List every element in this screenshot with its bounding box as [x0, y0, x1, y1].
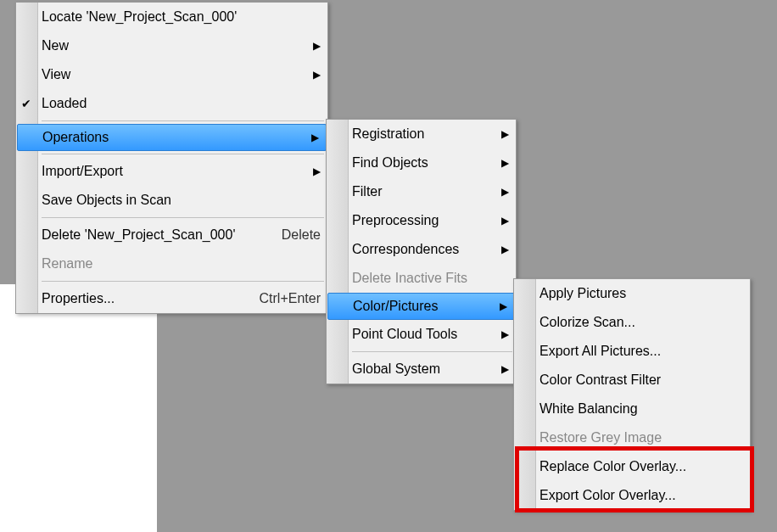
menu-item-label: New	[42, 38, 296, 53]
menu-item-import-export[interactable]: Import/Export ▶	[16, 157, 327, 186]
menu-item-export-all-pictures[interactable]: Export All Pictures...	[514, 337, 750, 366]
menu-item-label: Point Cloud Tools	[352, 327, 484, 342]
checkmark-icon: ✔	[21, 97, 31, 110]
menu-separator	[42, 154, 324, 154]
submenu-arrow-icon: ▶	[484, 328, 509, 340]
menu-item-delete[interactable]: Delete 'New_Project_Scan_000' Delete	[16, 221, 327, 249]
menu-item-loaded[interactable]: ✔ Loaded	[16, 89, 327, 118]
menu-item-label: Find Objects	[352, 155, 484, 171]
menu-item-point-cloud-tools[interactable]: Point Cloud Tools ▶	[327, 320, 516, 349]
menu-item-label: Restore Grey Image	[539, 430, 743, 445]
menu-item-label: View	[42, 67, 296, 82]
submenu-arrow-icon: ▶	[484, 215, 509, 227]
menu-item-save-objects[interactable]: Save Objects in Scan	[16, 186, 327, 215]
menu-item-label: Import/Export	[42, 164, 296, 179]
submenu-arrow-icon: ▶	[484, 363, 509, 375]
menu-separator	[42, 120, 324, 121]
menu-item-new[interactable]: New ▶	[16, 31, 327, 60]
submenu-arrow-icon: ▶	[296, 69, 321, 81]
menu-item-restore-grey-image: Restore Grey Image	[514, 423, 750, 452]
menu-item-label: Save Objects in Scan	[42, 193, 321, 208]
menu-item-label: Rename	[42, 256, 321, 272]
menu-item-filter[interactable]: Filter ▶	[327, 177, 516, 206]
submenu-color-pictures: Apply Pictures Colorize Scan... Export A…	[513, 278, 751, 511]
menu-item-label: Color Contrast Filter	[539, 372, 743, 388]
submenu-arrow-icon: ▶	[484, 244, 509, 255]
menu-item-global-system[interactable]: Global System ▶	[327, 355, 516, 384]
menu-item-label: Delete Inactive Fits	[352, 271, 509, 286]
menu-item-apply-pictures[interactable]: Apply Pictures	[514, 279, 750, 308]
menu-item-rename: Rename	[16, 249, 327, 278]
menu-item-label: Preprocessing	[352, 213, 484, 228]
submenu-arrow-icon: ▶	[296, 165, 321, 177]
menu-item-label: Export All Pictures...	[539, 344, 743, 359]
menu-item-label: Correspondences	[352, 242, 484, 257]
menu-item-color-contrast-filter[interactable]: Color Contrast Filter	[514, 366, 750, 395]
menu-item-label: Locate 'New_Project_Scan_000'	[42, 9, 321, 25]
menu-item-replace-color-overlay[interactable]: Replace Color Overlay...	[514, 452, 750, 481]
menu-item-label: Export Color Overlay...	[539, 488, 743, 503]
menu-item-label: Operations	[42, 130, 294, 145]
menu-item-preprocessing[interactable]: Preprocessing ▶	[327, 206, 516, 235]
menu-item-label: Registration	[352, 126, 484, 142]
submenu-arrow-icon: ▶	[294, 132, 319, 143]
menu-item-label: Filter	[352, 184, 484, 199]
menu-item-export-color-overlay[interactable]: Export Color Overlay...	[514, 481, 750, 510]
app-left-panel	[0, 284, 157, 532]
submenu-operations: Registration ▶ Find Objects ▶ Filter ▶ P…	[326, 119, 517, 384]
menu-item-properties[interactable]: Properties... Ctrl+Enter	[16, 284, 327, 313]
menu-item-label: Replace Color Overlay...	[539, 459, 743, 474]
menu-item-colorize-scan[interactable]: Colorize Scan...	[514, 308, 750, 337]
menu-separator	[42, 217, 324, 218]
menu-separator	[42, 281, 324, 282]
menu-item-find-objects[interactable]: Find Objects ▶	[327, 148, 516, 177]
submenu-arrow-icon: ▶	[483, 300, 507, 312]
menu-item-label: Colorize Scan...	[539, 315, 743, 330]
submenu-arrow-icon: ▶	[484, 157, 509, 169]
menu-item-color-pictures[interactable]: Color/Pictures ▶	[327, 293, 515, 320]
menu-separator	[352, 351, 512, 352]
menu-item-locate[interactable]: Locate 'New_Project_Scan_000'	[16, 3, 327, 31]
menu-item-delete-inactive-fits: Delete Inactive Fits	[327, 264, 516, 293]
menu-item-label: Color/Pictures	[353, 299, 483, 314]
submenu-arrow-icon: ▶	[484, 128, 509, 140]
menu-item-shortcut: Delete	[282, 227, 321, 243]
submenu-arrow-icon: ▶	[484, 186, 509, 198]
menu-item-white-balancing[interactable]: White Balancing	[514, 395, 750, 423]
menu-item-label: Properties...	[42, 291, 239, 306]
menu-item-registration[interactable]: Registration ▶	[327, 120, 516, 148]
menu-item-operations[interactable]: Operations ▶	[17, 124, 327, 151]
menu-item-shortcut: Ctrl+Enter	[260, 291, 321, 306]
menu-item-label: Apply Pictures	[539, 286, 743, 301]
menu-item-label: Loaded	[42, 96, 321, 111]
menu-item-correspondences[interactable]: Correspondences ▶	[327, 235, 516, 264]
menu-item-label: Delete 'New_Project_Scan_000'	[42, 227, 261, 243]
menu-item-label: Global System	[352, 361, 484, 377]
submenu-arrow-icon: ▶	[296, 40, 321, 52]
context-menu-scan: Locate 'New_Project_Scan_000' New ▶ View…	[15, 2, 328, 314]
menu-item-label: White Balancing	[539, 401, 743, 417]
menu-item-view[interactable]: View ▶	[16, 60, 327, 89]
